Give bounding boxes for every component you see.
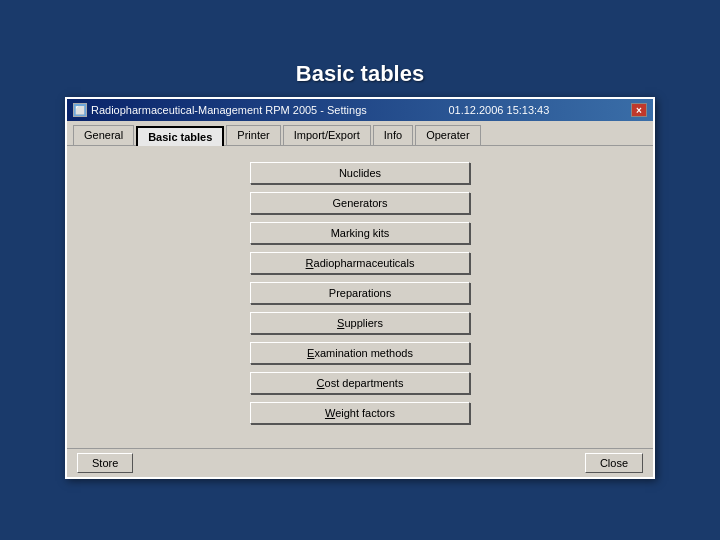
footer-bar: Store Close bbox=[67, 448, 653, 477]
tab-printer[interactable]: Printer bbox=[226, 125, 280, 145]
tab-general[interactable]: General bbox=[73, 125, 134, 145]
tab-import-export[interactable]: Import/Export bbox=[283, 125, 371, 145]
marking-kits-button[interactable]: Marking kits bbox=[250, 222, 470, 244]
title-bar-time: 01.12.2006 15:13:43 bbox=[448, 104, 549, 116]
close-footer-button[interactable]: Close bbox=[585, 453, 643, 473]
title-bar: ⬜ Radiopharmaceutical-Management RPM 200… bbox=[67, 99, 653, 121]
nuclides-row: Nuclides bbox=[250, 162, 470, 184]
generators-button[interactable]: Generators bbox=[250, 192, 470, 214]
title-bar-title: Radiopharmaceutical-Management RPM 2005 … bbox=[91, 104, 367, 116]
generators-row: Generators bbox=[250, 192, 470, 214]
suppliers-row: Suppliers bbox=[250, 312, 470, 334]
cost-departments-button[interactable]: Cost departments bbox=[250, 372, 470, 394]
radiopharmaceuticals-row: Radiopharmaceuticals bbox=[250, 252, 470, 274]
nuclides-button[interactable]: Nuclides bbox=[250, 162, 470, 184]
window-icon: ⬜ bbox=[73, 103, 87, 117]
tab-info[interactable]: Info bbox=[373, 125, 413, 145]
store-button[interactable]: Store bbox=[77, 453, 133, 473]
preparations-button[interactable]: Preparations bbox=[250, 282, 470, 304]
tabs-bar: General Basic tables Printer Import/Expo… bbox=[67, 121, 653, 146]
close-button[interactable]: × bbox=[631, 103, 647, 117]
tab-basic-tables[interactable]: Basic tables bbox=[136, 126, 224, 146]
examination-methods-row: Examination methods bbox=[250, 342, 470, 364]
radiopharmaceuticals-button[interactable]: Radiopharmaceuticals bbox=[250, 252, 470, 274]
window-body: Nuclides Generators Marking kits Radioph… bbox=[67, 146, 653, 448]
preparations-row: Preparations bbox=[250, 282, 470, 304]
settings-window: ⬜ Radiopharmaceutical-Management RPM 200… bbox=[65, 97, 655, 479]
title-bar-left: ⬜ Radiopharmaceutical-Management RPM 200… bbox=[73, 103, 367, 117]
marking-kits-row: Marking kits bbox=[250, 222, 470, 244]
page-title: Basic tables bbox=[296, 61, 424, 87]
cost-departments-row: Cost departments bbox=[250, 372, 470, 394]
weight-factors-button[interactable]: Weight factors bbox=[250, 402, 470, 424]
examination-methods-button[interactable]: Examination methods bbox=[250, 342, 470, 364]
weight-factors-row: Weight factors bbox=[250, 402, 470, 424]
suppliers-button[interactable]: Suppliers bbox=[250, 312, 470, 334]
tab-operater[interactable]: Operater bbox=[415, 125, 480, 145]
